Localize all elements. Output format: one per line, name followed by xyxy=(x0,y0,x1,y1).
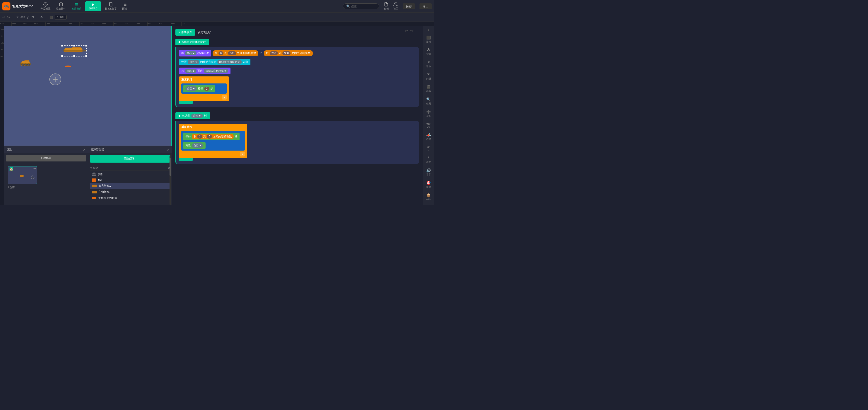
zoom-value[interactable]: 100% xyxy=(55,15,67,20)
self-selector-5[interactable]: 自己 ▼ xyxy=(192,143,203,148)
panel-button[interactable]: 面板 xyxy=(119,1,130,11)
scene-trigger-selector[interactable]: 启动 ▼ xyxy=(191,114,203,118)
circle-sprite[interactable] xyxy=(50,74,61,85)
resource-scrollbar-thumb[interactable] xyxy=(169,157,171,176)
block-end-cap-1 xyxy=(179,100,193,104)
add-plugin-button[interactable]: 添加插件 xyxy=(53,1,69,11)
handle-tm xyxy=(73,45,75,47)
redo-button[interactable]: ↪ xyxy=(7,15,10,19)
handle-br xyxy=(86,55,87,57)
scene-launch-trigger-block[interactable]: 当场景 启动 ▼ 时 xyxy=(176,112,210,119)
save-button[interactable]: 保存 xyxy=(403,3,415,9)
resource-item-enemy-tank[interactable]: 敌方坦克1 xyxy=(90,183,170,189)
collapse-icon-2[interactable]: ⊕ xyxy=(240,152,245,156)
search-box[interactable]: 🔍 xyxy=(343,3,379,9)
wait-min-value[interactable]: 1 xyxy=(197,135,203,139)
sidebar-item-asset[interactable]: 📦 来/牛 xyxy=(423,192,434,203)
resource-scrollbar[interactable] xyxy=(169,155,171,205)
wait-random-block[interactable]: 取 1 到 5 之间的随机整数 xyxy=(192,134,234,139)
self-selector-3[interactable]: 自己 ▼ xyxy=(185,69,196,73)
svg-point-0 xyxy=(45,4,46,5)
svg-point-16 xyxy=(25,64,27,66)
sidebar-item-detect[interactable]: 🔍 侦测 xyxy=(423,95,434,107)
doc-button[interactable]: 文档 xyxy=(384,2,389,10)
scene-options-icon[interactable]: ••• xyxy=(33,167,36,170)
y-min-value[interactable]: 200 xyxy=(270,51,278,55)
resource-panel-close[interactable]: ✕ xyxy=(167,148,169,151)
resource-item-player-tank[interactable]: 主角坦克 xyxy=(90,189,170,195)
canvas-stage[interactable] xyxy=(4,26,172,146)
exit-button[interactable]: 退出 xyxy=(420,3,432,9)
sidebar-item-var[interactable]: var var xyxy=(423,120,434,130)
community-button[interactable]: 社区 xyxy=(393,2,398,10)
sidebar-item-event[interactable]: 📣 故报 xyxy=(423,131,434,143)
sidebar-item-animation[interactable]: 🎬 动画 xyxy=(423,83,434,94)
scene-thumb-1[interactable]: 🏠 ••• xyxy=(8,166,37,184)
script-undo-redo: ↩ ↪ xyxy=(405,28,413,33)
bullet-sprite xyxy=(65,65,71,68)
wait-block[interactable]: 等待 取 1 到 5 之间的随机整数 秒 xyxy=(183,133,240,140)
panel-label: 面板 xyxy=(122,7,127,10)
scene1-hero-tank-selector[interactable]: (场景1)主角坦克 ▼ xyxy=(217,60,242,64)
sidebar-item-game[interactable]: 🎯 游戏 xyxy=(423,179,434,191)
settings-icon[interactable]: ⚙ xyxy=(40,16,43,19)
selected-enemy-tank[interactable] xyxy=(62,45,87,56)
resource-item-fire[interactable]: fire xyxy=(90,177,170,183)
sidebar-item-logic[interactable]: ⬛ 逻辑 xyxy=(423,34,434,45)
x-max-value[interactable]: 600 xyxy=(228,51,236,55)
self-selector-4[interactable]: 自己 ▼ xyxy=(185,86,197,91)
y-value: 39 xyxy=(31,16,34,19)
save-label: 保存 xyxy=(406,4,412,8)
edit-mode-button[interactable]: 改编模式 xyxy=(69,1,84,11)
clone-block[interactable]: 克隆 自己 ▼ xyxy=(183,142,206,149)
face-toward-block[interactable]: 将 自己 ▼ 面向 (场景1)主角坦克 ▼ xyxy=(179,67,230,74)
svg-point-15 xyxy=(22,64,24,66)
take-block-x1[interactable]: 取 0 到 600 之间的随机整数 xyxy=(213,50,258,56)
sidebar-scroll-up[interactable]: ▲ xyxy=(427,28,430,32)
sidebar-item-fx[interactable]: fx fx xyxy=(423,144,434,153)
wait-max-value[interactable]: 5 xyxy=(207,135,212,139)
y-max-value[interactable]: 300 xyxy=(282,51,290,55)
viewport-divider xyxy=(62,26,62,146)
x-min-value[interactable]: 0 xyxy=(218,51,224,55)
sidebar-item-appearance[interactable]: 👁 外观 xyxy=(423,71,434,82)
self-selector-1[interactable]: 自己 ▼ xyxy=(185,51,196,55)
resource-item-bullet[interactable]: 主角坦克的炮弹 xyxy=(90,195,170,201)
undo-button[interactable]: ↩ xyxy=(2,15,5,19)
search-input[interactable] xyxy=(351,5,378,8)
script-sprite-name: 敌方坦克1 xyxy=(197,30,212,34)
script-redo-button[interactable]: ↪ xyxy=(410,28,413,33)
expand-icon[interactable]: ▼ xyxy=(90,167,92,169)
script-undo-button[interactable]: ↩ xyxy=(405,28,408,33)
bullet-name: 主角坦克的炮弹 xyxy=(98,196,117,200)
resource-item-joystick[interactable]: 摇杆 xyxy=(90,171,170,177)
sidebar-item-motion[interactable]: ↗ 运动 xyxy=(423,58,434,70)
sidebar-item-control[interactable]: 🕹 空制 xyxy=(423,46,434,57)
clone-trigger-block[interactable]: 当作为克隆体启动时 xyxy=(176,39,209,46)
self-selector-2[interactable]: 自己 ▼ xyxy=(188,60,199,64)
add-resource-button[interactable]: 添加素材 xyxy=(90,155,170,163)
add-event-button[interactable]: + 添加事件 xyxy=(176,29,195,36)
sidebar-item-func[interactable]: ƒ 函数 xyxy=(423,154,434,166)
collapse-icon-1[interactable]: ⊕ xyxy=(222,95,227,99)
sidebar-item-audio[interactable]: 🔊 音音 xyxy=(423,167,434,178)
sprites-section-header: ▼ 精灵 ⚙ xyxy=(90,165,170,171)
set-direction-block[interactable]: 设置 自己 ▼ 的移动方向为 (场景1)主角坦克 ▼ 方向 xyxy=(179,59,250,65)
sidebar-scroll-down[interactable]: ▼ xyxy=(427,205,430,205)
preview-button[interactable]: 预览场景 xyxy=(85,1,101,11)
scene1-hero-selector-2[interactable]: (场景1)主角坦克 ▼ xyxy=(204,69,228,73)
topbar: 🎮 坦克大战demo 作品设置 添加插件 改编模式 预览场景 预览&分享 面板 … xyxy=(0,0,434,13)
take-block-y1[interactable]: 取 200 到 300 之间的随机整数 xyxy=(264,50,313,56)
dropdown-arrow: ▼ xyxy=(192,52,195,55)
move-to-block[interactable]: 将 自己 ▼ 移动到 X: xyxy=(179,50,211,56)
sidebar-item-math[interactable]: ➕ 运算 xyxy=(423,108,434,119)
step-value[interactable]: 2 xyxy=(204,87,209,91)
new-scene-button[interactable]: 新建场景 xyxy=(6,155,86,162)
move-step-block[interactable]: 自己 ▼ 移动 2 步 xyxy=(183,85,215,92)
player-tank-sprite[interactable] xyxy=(20,60,31,67)
settings-button[interactable]: 作品设置 xyxy=(38,1,53,11)
svg-rect-21 xyxy=(72,47,81,48)
preview-share-button[interactable]: 预览&分享 xyxy=(102,1,119,11)
scene-panel-close[interactable]: ✕ xyxy=(83,148,86,151)
settings-label: 作品设置 xyxy=(40,7,51,10)
